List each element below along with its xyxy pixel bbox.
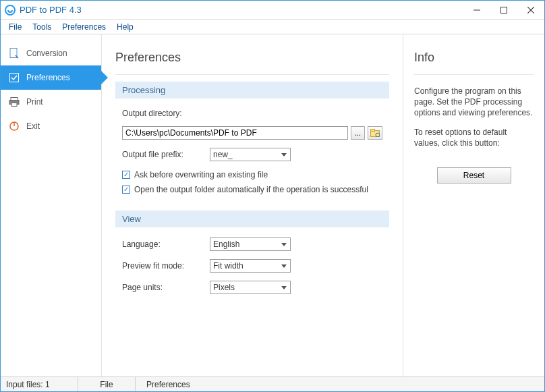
- menubar: File Tools Preferences Help: [1, 20, 544, 34]
- info-title: Info: [414, 47, 534, 75]
- sidebar-item-label: Exit: [26, 121, 40, 131]
- info-panel: Info Configure the program on this page.…: [403, 34, 544, 376]
- page-icon: [9, 48, 20, 59]
- open-output-label: Open the output folder automatically if …: [134, 185, 368, 194]
- sidebar: Conversion Preferences Print Exit: [1, 34, 102, 376]
- main-area: Conversion Preferences Print Exit Prefer…: [1, 34, 544, 376]
- sidebar-item-conversion[interactable]: Conversion: [1, 41, 101, 65]
- svg-rect-13: [371, 130, 375, 132]
- output-prefix-label: Output file prefix:: [122, 150, 210, 159]
- status-input-files: Input files: 1: [1, 377, 78, 391]
- minimize-button[interactable]: [463, 1, 490, 20]
- svg-rect-6: [10, 74, 19, 82]
- window-controls: [463, 1, 544, 20]
- content-panel: Preferences Processing Output directory:…: [102, 34, 403, 376]
- window-title: PDF to PDF 4.3: [20, 5, 82, 15]
- info-text-2: To reset options to default values, clic…: [414, 127, 534, 148]
- svg-rect-9: [11, 103, 17, 107]
- sidebar-item-label: Conversion: [26, 49, 67, 58]
- section-view: View: [115, 211, 389, 227]
- output-directory-label-row: Output directory:: [115, 107, 389, 120]
- browse-button[interactable]: ...: [351, 126, 366, 140]
- svg-rect-7: [11, 98, 18, 101]
- statusbar: Input files: 1 File Preferences: [1, 376, 544, 391]
- fitmode-combo[interactable]: Fit width: [210, 259, 291, 273]
- sidebar-item-preferences[interactable]: Preferences: [1, 65, 101, 90]
- open-output-row[interactable]: ✓ Open the output folder automatically i…: [115, 182, 389, 197]
- page-title: Preferences: [115, 47, 389, 75]
- power-icon: [9, 121, 20, 132]
- section-processing: Processing: [115, 82, 389, 99]
- output-prefix-row: Output file prefix: new_: [115, 146, 389, 163]
- language-combo[interactable]: English: [210, 237, 291, 251]
- info-text-1: Configure the program on this page. Set …: [414, 86, 534, 119]
- app-icon: [5, 5, 16, 16]
- sidebar-item-label: Print: [26, 97, 43, 107]
- maximize-button[interactable]: [490, 1, 517, 20]
- units-combo[interactable]: Pixels: [210, 281, 291, 294]
- language-label: Language:: [122, 240, 210, 249]
- reset-button[interactable]: Reset: [437, 167, 511, 184]
- output-directory-input[interactable]: [122, 126, 348, 140]
- printer-icon: [9, 96, 20, 107]
- checkbox-list-icon: [9, 72, 20, 83]
- language-row: Language: English: [115, 235, 389, 253]
- ask-overwrite-row[interactable]: ✓ Ask before overwriting an existing fil…: [115, 167, 389, 182]
- checkbox-checked-icon: ✓: [122, 186, 130, 194]
- checkbox-checked-icon: ✓: [122, 171, 130, 179]
- fitmode-row: Preview fit mode: Fit width: [115, 257, 389, 275]
- menu-preferences[interactable]: Preferences: [57, 21, 111, 33]
- menu-help[interactable]: Help: [111, 21, 139, 33]
- language-value: English: [213, 240, 239, 249]
- svg-rect-2: [501, 7, 507, 13]
- output-prefix-value: new_: [213, 150, 233, 159]
- status-file: File: [78, 377, 136, 391]
- units-row: Page units: Pixels: [115, 279, 389, 296]
- fitmode-value: Fit width: [213, 261, 243, 271]
- ask-overwrite-label: Ask before overwriting an existing file: [134, 170, 268, 179]
- units-label: Page units:: [122, 283, 210, 292]
- fitmode-label: Preview fit mode:: [122, 261, 210, 271]
- open-folder-button[interactable]: [368, 126, 382, 140]
- output-directory-label: Output directory:: [122, 109, 182, 118]
- output-directory-row: ...: [115, 124, 389, 142]
- menu-tools[interactable]: Tools: [27, 21, 57, 33]
- svg-point-0: [5, 5, 15, 15]
- sidebar-item-label: Preferences: [26, 73, 70, 82]
- status-preferences: Preferences: [136, 377, 544, 391]
- close-button[interactable]: [517, 1, 544, 20]
- sidebar-item-print[interactable]: Print: [1, 90, 101, 114]
- output-prefix-combo[interactable]: new_: [210, 148, 291, 161]
- units-value: Pixels: [213, 283, 235, 292]
- titlebar: PDF to PDF 4.3: [1, 1, 544, 20]
- sidebar-item-exit[interactable]: Exit: [1, 114, 101, 138]
- menu-file[interactable]: File: [3, 21, 27, 33]
